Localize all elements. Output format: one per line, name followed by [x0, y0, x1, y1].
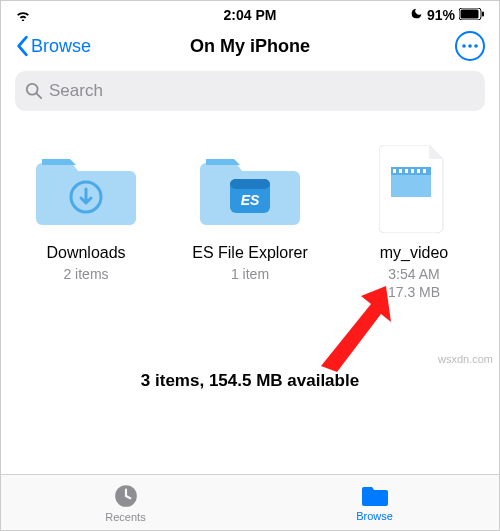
- status-bar: 2:04 PM 91%: [1, 1, 499, 25]
- svg-point-6: [27, 84, 38, 95]
- search-icon: [25, 82, 43, 100]
- item-sub: 1 item: [231, 265, 269, 283]
- svg-point-5: [474, 44, 478, 48]
- svg-rect-17: [411, 169, 414, 173]
- more-button[interactable]: [455, 31, 485, 61]
- search-placeholder: Search: [49, 81, 103, 101]
- folder-download-icon: [36, 149, 136, 229]
- tab-browse[interactable]: Browse: [250, 475, 499, 530]
- svg-rect-10: [230, 179, 270, 189]
- chevron-left-icon: [15, 35, 29, 57]
- tab-recents[interactable]: Recents: [1, 475, 250, 530]
- clock-icon: [113, 483, 139, 509]
- storage-summary: 3 items, 154.5 MB available: [1, 371, 499, 391]
- nav-bar: Browse On My iPhone: [1, 25, 499, 71]
- watermark: wsxdn.com: [438, 353, 493, 365]
- svg-point-4: [468, 44, 472, 48]
- item-name: ES File Explorer: [192, 243, 308, 263]
- search-input[interactable]: Search: [15, 71, 485, 111]
- item-sub: 2 items: [63, 265, 108, 283]
- tab-bar: Recents Browse: [1, 474, 499, 530]
- svg-line-7: [37, 94, 42, 99]
- file-my-video[interactable]: my_video 3:54 AM 17.3 MB: [344, 149, 484, 301]
- svg-text:ES: ES: [241, 192, 260, 208]
- svg-rect-19: [423, 169, 426, 173]
- item-name: Downloads: [46, 243, 125, 263]
- item-sub: 3:54 AM: [388, 265, 439, 283]
- svg-rect-16: [405, 169, 408, 173]
- status-time: 2:04 PM: [1, 7, 499, 23]
- folder-downloads[interactable]: Downloads 2 items: [16, 149, 156, 301]
- folder-app-icon: ES: [200, 149, 300, 229]
- svg-rect-14: [393, 169, 396, 173]
- folder-es-file-explorer[interactable]: ES ES File Explorer 1 item: [180, 149, 320, 301]
- folder-icon: [361, 484, 389, 508]
- item-sub2: 17.3 MB: [388, 283, 440, 301]
- video-file-icon: [379, 145, 449, 233]
- ellipsis-icon: [462, 44, 478, 48]
- item-name: my_video: [380, 243, 448, 263]
- back-label: Browse: [31, 36, 91, 57]
- svg-rect-15: [399, 169, 402, 173]
- back-button[interactable]: Browse: [15, 35, 91, 57]
- file-grid: Downloads 2 items ES ES File Explorer 1 …: [1, 125, 499, 311]
- svg-rect-18: [417, 169, 420, 173]
- tab-label: Recents: [105, 511, 145, 523]
- tab-label: Browse: [356, 510, 393, 522]
- svg-point-3: [462, 44, 466, 48]
